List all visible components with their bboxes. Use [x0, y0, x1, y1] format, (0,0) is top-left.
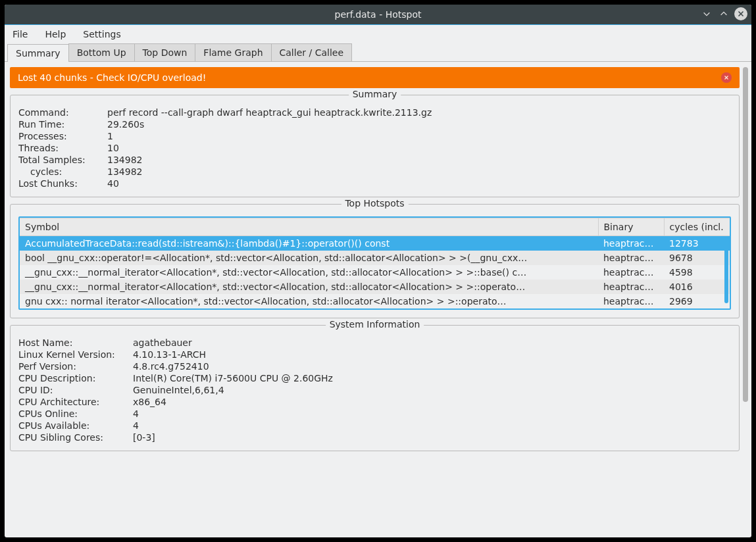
tab-bottom-up[interactable]: Bottom Up: [68, 43, 135, 61]
summary-key: Command:: [18, 107, 106, 118]
sysinfo-value: 4: [133, 420, 731, 431]
summary-value: perf record --call-graph dwarf heaptrack…: [107, 107, 731, 118]
window-controls: [700, 7, 747, 20]
col-binary[interactable]: Binary: [598, 218, 664, 236]
summary-group: Summary Command:perf record --call-graph…: [10, 95, 740, 197]
sysinfo-key: Perf Version:: [18, 361, 132, 372]
chevron-up-icon: [719, 9, 728, 18]
content-area: Lost 40 chunks - Check IO/CPU overload! …: [5, 62, 751, 537]
sysinfo-key: CPUs Online:: [18, 408, 132, 419]
window-title: perf.data - Hotspot: [335, 9, 422, 20]
sysinfo-key: CPU ID:: [18, 385, 132, 395]
sysinfo-value: [0-3]: [133, 432, 731, 443]
menu-bar: File Help Settings: [5, 25, 751, 43]
sysinfo-value: 4.10.13-1-ARCH: [133, 349, 731, 360]
scroll-pane: Lost 40 chunks - Check IO/CPU overload! …: [10, 67, 749, 532]
cell-binary: heaptrack…: [598, 265, 664, 280]
summary-value: 134982: [107, 166, 731, 177]
tab-bar: SummaryBottom UpTop DownFlame GraphCalle…: [5, 43, 751, 62]
main-window: perf.data - Hotspot File Help Settings S…: [5, 5, 751, 537]
content-scrollbar[interactable]: [742, 67, 749, 532]
col-cycles[interactable]: cycles (incl.: [664, 218, 730, 236]
hotspots-table-wrap: Symbol Binary cycles (incl. AccumulatedT…: [18, 216, 731, 310]
sysinfo-key: CPU Sibling Cores:: [18, 432, 132, 443]
col-symbol[interactable]: Symbol: [20, 218, 598, 236]
scrollbar-thumb[interactable]: [743, 67, 748, 402]
tab-flame-graph[interactable]: Flame Graph: [195, 43, 271, 61]
alert-dismiss-button[interactable]: [721, 72, 732, 83]
chevron-down-icon: [702, 9, 711, 18]
summary-key: cycles:: [18, 166, 106, 177]
sysinfo-key: Host Name:: [18, 337, 132, 348]
summary-table: Command:perf record --call-graph dwarf h…: [18, 107, 731, 189]
sysinfo-value: 4: [133, 408, 731, 419]
summary-value: 134982: [107, 155, 731, 165]
table-row[interactable]: AccumulatedTraceData::read(std::istream&…: [20, 236, 730, 251]
summary-key: Run Time:: [18, 119, 106, 130]
sysinfo-value: Intel(R) Core(TM) i7-5600U CPU @ 2.60GHz: [133, 373, 731, 383]
hotspots-legend: Top Hotspots: [341, 198, 408, 209]
sysinfo-value: GenuineIntel,6,61,4: [133, 385, 731, 395]
title-bar[interactable]: perf.data - Hotspot: [5, 5, 751, 24]
sysinfo-legend: System Information: [326, 319, 424, 330]
menu-help[interactable]: Help: [42, 26, 68, 42]
sysinfo-key: CPUs Available:: [18, 420, 132, 431]
sysinfo-key: Linux Kernel Version:: [18, 349, 132, 360]
cell-binary: heaptrack…: [598, 236, 664, 251]
table-scrollbar[interactable]: [724, 237, 728, 303]
summary-key: Threads:: [18, 143, 106, 153]
sysinfo-group: System Information Host Name:agathebauer…: [10, 325, 740, 451]
tab-summary[interactable]: Summary: [7, 44, 69, 62]
summary-key: Processes:: [18, 131, 106, 141]
cell-cycles: 9678: [664, 251, 730, 265]
sysinfo-value: 4.8.rc4.g752410: [133, 361, 731, 372]
cell-cycles: 2969: [664, 294, 730, 308]
sysinfo-table: Host Name:agathebauerLinux Kernel Versio…: [18, 337, 731, 443]
cell-symbol: AccumulatedTraceData::read(std::istream&…: [20, 236, 598, 251]
table-row[interactable]: gnu cxx:: normal iterator<Allocation*, s…: [20, 294, 730, 308]
cell-cycles: 12783: [664, 236, 730, 251]
minimize-button[interactable]: [700, 7, 713, 20]
sysinfo-key: CPU Description:: [18, 373, 132, 383]
close-icon: [736, 9, 745, 18]
hotspots-table[interactable]: Symbol Binary cycles (incl. AccumulatedT…: [20, 218, 730, 308]
cell-binary: heaptrack…: [598, 251, 664, 265]
cell-cycles: 4598: [664, 265, 730, 280]
summary-legend: Summary: [349, 89, 401, 99]
summary-value: 1: [107, 131, 731, 141]
tab-caller-callee[interactable]: Caller / Callee: [271, 43, 352, 61]
sysinfo-key: CPU Architecture:: [18, 397, 132, 407]
summary-key: Lost Chunks:: [18, 178, 106, 189]
table-row[interactable]: __gnu_cxx::__normal_iterator<Allocation*…: [20, 280, 730, 294]
cell-binary: heaptrack…: [598, 280, 664, 294]
cell-cycles: 4016: [664, 280, 730, 294]
cell-symbol: bool __gnu_cxx::operator!=<Allocation*, …: [20, 251, 598, 265]
cell-symbol: gnu cxx:: normal iterator<Allocation*, s…: [20, 294, 598, 308]
summary-key: Total Samples:: [18, 155, 106, 165]
close-icon: [723, 74, 730, 81]
summary-value: 10: [107, 143, 731, 153]
table-row[interactable]: __gnu_cxx::__normal_iterator<Allocation*…: [20, 265, 730, 280]
alert-banner: Lost 40 chunks - Check IO/CPU overload!: [10, 67, 740, 88]
alert-text: Lost 40 chunks - Check IO/CPU overload!: [18, 72, 206, 83]
cell-symbol: __gnu_cxx::__normal_iterator<Allocation*…: [20, 280, 598, 294]
hotspots-group: Top Hotspots Symbol Bin: [10, 204, 740, 318]
table-row[interactable]: bool __gnu_cxx::operator!=<Allocation*, …: [20, 251, 730, 265]
sysinfo-value: x86_64: [133, 397, 731, 407]
summary-value: 40: [107, 178, 731, 189]
cell-symbol: __gnu_cxx::__normal_iterator<Allocation*…: [20, 265, 598, 280]
close-button[interactable]: [734, 7, 747, 20]
sysinfo-value: agathebauer: [133, 337, 731, 348]
cell-binary: heaptrack…: [598, 294, 664, 308]
summary-value: 29.260s: [107, 119, 731, 130]
menu-settings[interactable]: Settings: [80, 26, 123, 42]
tab-top-down[interactable]: Top Down: [134, 43, 196, 61]
maximize-button[interactable]: [717, 7, 730, 20]
menu-file[interactable]: File: [10, 26, 30, 42]
